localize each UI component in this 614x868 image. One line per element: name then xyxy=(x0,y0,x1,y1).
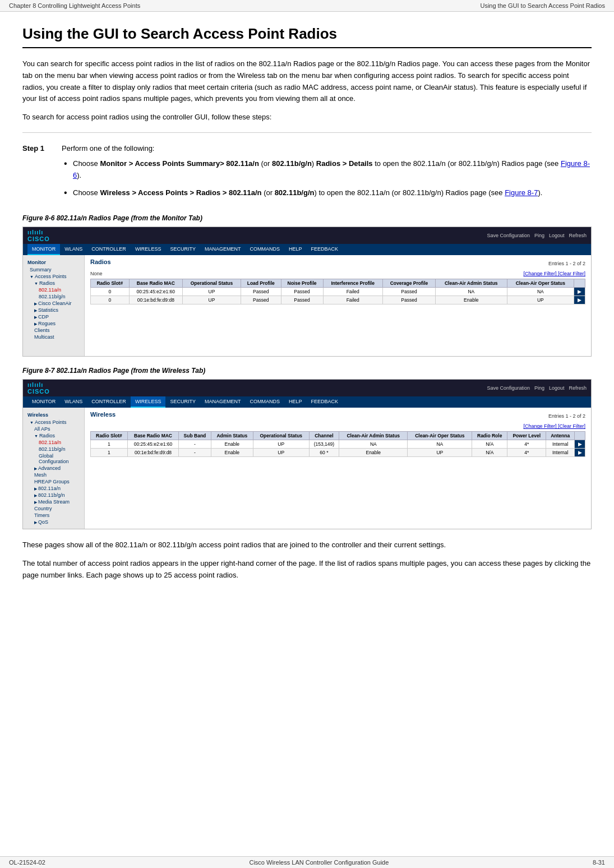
nav-wlans-2[interactable]: WLANS xyxy=(60,396,87,408)
sidebar-advanced-2[interactable]: Advanced xyxy=(23,465,84,472)
sidebar-80211bgn-2[interactable]: 802.11b/g/n xyxy=(23,446,84,453)
figure-7-body: Wireless Access Points All APs Radios 80… xyxy=(23,408,591,529)
sidebar-summary-1[interactable]: Summary xyxy=(23,266,84,273)
sidebar-country-2[interactable]: Country xyxy=(23,505,84,512)
sidebar-allaps-2[interactable]: All APs xyxy=(23,426,84,432)
figure-7-caption: Figure 8-7 802.11a/n Radios Page (from t… xyxy=(22,367,592,375)
nav-commands-1[interactable]: COMMANDS xyxy=(245,244,284,255)
footer-right: 8-31 xyxy=(593,859,605,866)
cell-action-1a[interactable]: ▶ xyxy=(574,288,585,296)
nav-management-2[interactable]: MANAGEMENT xyxy=(200,396,246,408)
logout-2[interactable]: Logout xyxy=(549,385,565,391)
th-cleanairoper-1: Clean-Air Oper Status xyxy=(507,279,574,288)
ping-1[interactable]: Ping xyxy=(534,233,544,238)
nav-wlans-1[interactable]: WLANS xyxy=(60,244,87,255)
cell-noise-1a: Passed xyxy=(281,288,323,296)
sidebar-hreap-2[interactable]: HREAP Groups xyxy=(23,478,84,485)
cell-noise-1b: Passed xyxy=(281,296,323,304)
sidebar-statistics-1[interactable]: Statistics xyxy=(23,307,84,313)
figure-7-screenshot: ıılıılıCISCO Save Configuration Ping Log… xyxy=(22,379,592,529)
filter-none-1: None xyxy=(90,271,103,276)
th-loadprofile-1: Load Profile xyxy=(241,279,281,288)
sidebar-80211bgn-1[interactable]: 802.11b/g/n xyxy=(23,293,84,300)
figure-6-main: Radios Entries 1 - 2 of 2 None [Change F… xyxy=(85,255,591,356)
nav-wireless-2[interactable]: WIRELESS xyxy=(131,396,166,408)
sidebar-multicast-1[interactable]: Multicast xyxy=(23,334,84,340)
sidebar-qos-2[interactable]: QoS xyxy=(23,519,84,525)
nav-commands-2[interactable]: COMMANDS xyxy=(245,396,284,408)
nav-feedback-1[interactable]: FEEDBACK xyxy=(306,244,343,255)
cell-slot-1a: 0 xyxy=(91,288,130,296)
sidebar-clients-1[interactable]: Clients xyxy=(23,327,84,334)
cell-action-2b[interactable]: ▶ xyxy=(575,449,585,457)
figure-7-topbar: ıılıılıCISCO Save Configuration Ping Log… xyxy=(23,380,591,396)
nav-monitor-2[interactable]: MONITOR xyxy=(27,396,60,408)
nav-wireless-1[interactable]: WIRELESS xyxy=(131,244,166,255)
nav-help-1[interactable]: HELP xyxy=(284,244,307,255)
sidebar-80211bgn-menu-2[interactable]: 802.11b/g/n xyxy=(23,492,84,498)
nav-feedback-2[interactable]: FEEDBACK xyxy=(306,396,343,408)
sidebar-access-points-1[interactable]: Access Points xyxy=(23,273,84,280)
sidebar-cleanair-1[interactable]: Cisco CleanAir xyxy=(23,300,84,307)
nav-management-1[interactable]: MANAGEMENT xyxy=(200,244,246,255)
refresh-2[interactable]: Refresh xyxy=(569,385,587,391)
save-config-2[interactable]: Save Configuration xyxy=(487,385,530,391)
cell-slot-2a: 1 xyxy=(91,440,128,449)
cell-antenna-2a: Internal xyxy=(546,440,575,449)
refresh-1[interactable]: Refresh xyxy=(569,233,587,238)
cell-interf-1a: Failed xyxy=(323,288,382,296)
sidebar-ap-2[interactable]: Access Points xyxy=(23,419,84,426)
cell-action-1b[interactable]: ▶ xyxy=(574,296,585,304)
sidebar-radios-2[interactable]: Radios xyxy=(23,432,84,439)
cell-power-2b: 4* xyxy=(507,449,546,457)
figure-7-page-title: Wireless xyxy=(90,411,116,418)
intro-paragraph-1: You can search for specific access point… xyxy=(22,58,592,105)
page-title: Using the GUI to Search Access Point Rad… xyxy=(22,25,592,48)
figure-6-entries: Entries 1 - 2 of 2 xyxy=(548,261,585,266)
page-footer: OL-21524-02 Cisco Wireless LAN Controlle… xyxy=(0,856,614,868)
nav-help-2[interactable]: HELP xyxy=(284,396,307,408)
sidebar-rogues-1[interactable]: Rogues xyxy=(23,320,84,327)
cell-caadmin-1a: NA xyxy=(436,288,507,296)
sidebar-mesh-2[interactable]: Mesh xyxy=(23,472,84,478)
cell-admin-2a: Enable xyxy=(211,440,253,449)
figure-7-link[interactable]: Figure 8-7 xyxy=(505,188,538,197)
nav-security-2[interactable]: SECURITY xyxy=(165,396,200,408)
bold-monitor-path: Monitor > Access Points Summary> 802.11a… xyxy=(100,159,258,168)
sidebar-80211an-2[interactable]: 802.11a/n xyxy=(23,439,84,446)
figure-6-body: Monitor Summary Access Points Radios 802… xyxy=(23,255,591,356)
figure-7-table: Radio Slot# Base Radio MAC Sub Band Admi… xyxy=(90,431,585,457)
nav-controller-2[interactable]: CONTROLLER xyxy=(87,396,131,408)
figure-7-topright: Save Configuration Ping Logout Refresh xyxy=(487,385,587,391)
th-radioslot-1: Radio Slot# xyxy=(91,279,130,288)
footer-center: Cisco Wireless LAN Controller Configurat… xyxy=(249,859,389,866)
th-basemac-1: Base Radio MAC xyxy=(129,279,182,288)
save-config-1[interactable]: Save Configuration xyxy=(487,233,530,238)
filter-links-2[interactable]: [Change Filter] [Clear Filter] xyxy=(523,423,585,429)
cell-action-2a[interactable]: ▶ xyxy=(575,440,585,449)
step-1-bullets: Choose Monitor > Access Points Summary> … xyxy=(62,158,592,198)
cell-mac-2a: 00:25:45:e2:e1:60 xyxy=(127,440,178,449)
sidebar-mediastream-2[interactable]: Media Stream xyxy=(23,498,84,505)
cell-caadmin-1b: Enable xyxy=(436,296,507,304)
nav-controller-1[interactable]: CONTROLLER xyxy=(87,244,131,255)
nav-security-1[interactable]: SECURITY xyxy=(165,244,200,255)
th-adminstatus-2: Admin Status xyxy=(211,432,253,440)
ping-2[interactable]: Ping xyxy=(534,385,544,391)
filter-links-1[interactable]: [Change Filter] [Clear Filter] xyxy=(523,271,585,276)
sidebar-timers-2[interactable]: Timers xyxy=(23,512,84,519)
sidebar-80211an-1[interactable]: 802.11a/n xyxy=(23,287,84,293)
th-coverageprofile-1: Coverage Profile xyxy=(382,279,435,288)
sidebar-80211an-menu-2[interactable]: 802.11a/n xyxy=(23,485,84,492)
table-row: 0 00:1e:bd:fe:d9:d8 UP Passed Passed Fai… xyxy=(91,296,585,304)
table-row: 1 00:1e:bd:fe:d9:d8 - Enable UP 60 * Ena… xyxy=(91,449,585,457)
sidebar-monitor-label: Monitor xyxy=(23,258,84,266)
sidebar-cdp-1[interactable]: CDP xyxy=(23,313,84,320)
cell-op-2b: UP xyxy=(253,449,309,457)
sidebar-globalconfig-2[interactable]: Global Configuration xyxy=(23,453,84,465)
cell-role-2b: N/A xyxy=(472,449,507,457)
logout-1[interactable]: Logout xyxy=(549,233,565,238)
sidebar-radios-1[interactable]: Radios xyxy=(23,280,84,287)
cell-cov-1b: Passed xyxy=(382,296,435,304)
nav-monitor-1[interactable]: MONITOR xyxy=(27,244,60,255)
